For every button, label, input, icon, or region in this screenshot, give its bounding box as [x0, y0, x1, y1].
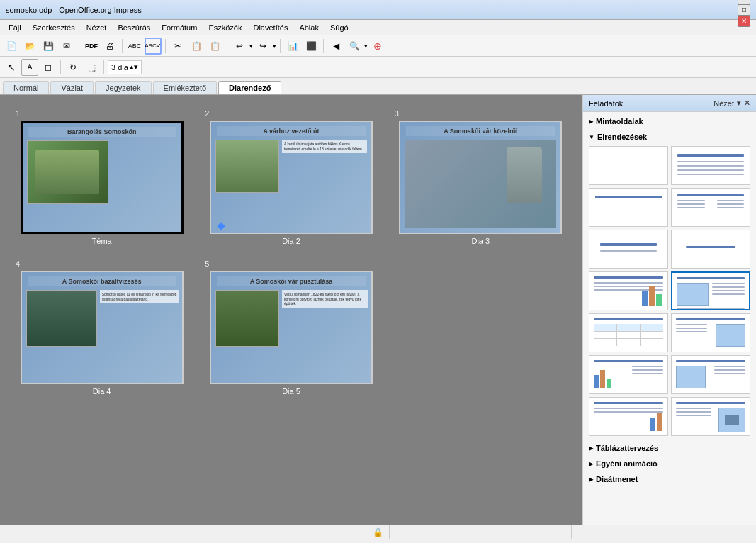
layout-image-text[interactable]	[671, 355, 750, 394]
task-section-animation-header[interactable]: ▶ Egyéni animáció	[586, 457, 753, 470]
slide-number-4: 4	[16, 259, 20, 268]
slide-thumb-4[interactable]: A Somoskői bazaltvízesés Somorkő hátes a…	[21, 271, 184, 384]
close-button[interactable]: ✕	[738, 16, 750, 27]
tb-copy-button[interactable]: 📋	[188, 38, 205, 55]
layout-title-content[interactable]	[671, 146, 750, 185]
tb-help-button[interactable]: ⊕	[369, 38, 386, 55]
menu-format[interactable]: Formátum	[156, 22, 203, 33]
tb-textbox-button[interactable]: A	[21, 59, 38, 76]
tb-save-button[interactable]: 💾	[40, 38, 57, 55]
slide-4-title: A Somoskői bazaltvízesés	[28, 276, 176, 286]
layout-text-lines-image[interactable]	[671, 397, 750, 436]
layout-content-image[interactable]	[671, 272, 750, 310]
tb-chart-button[interactable]: 📊	[284, 38, 301, 55]
menu-help[interactable]: Súgó	[325, 22, 354, 33]
task-close-button[interactable]: ✕	[744, 99, 750, 108]
toolbar-drawing: ↖ A ◻ ↻ ⬚ 3 dia ▴▾	[0, 57, 756, 78]
tb-navback-button[interactable]: ◀	[327, 38, 344, 55]
task-section-masterslides-header[interactable]: ▶ Mintaoldalak	[586, 115, 753, 128]
tb-undo-button[interactable]: ↩	[231, 38, 248, 55]
task-section-tabledesign: ▶ Táblázattervezés	[586, 442, 753, 454]
tab-normal[interactable]: Normál	[3, 81, 49, 94]
slide-count-dropdown[interactable]: 3 dia ▴▾	[108, 60, 142, 74]
slide-thumb-5[interactable]: A Somoskői vár pusztulása Végül románban…	[210, 271, 373, 384]
tab-notes[interactable]: Jegyzetek	[95, 81, 152, 94]
slide-label-3: Dia 3	[471, 237, 490, 245]
tb-zoom-button[interactable]: 🔍	[346, 38, 363, 55]
task-section-layouts-header[interactable]: ▼ Elrendezések	[586, 130, 753, 143]
menu-insert[interactable]: Beszúrás	[112, 22, 156, 33]
tb-select-button[interactable]: ↖	[3, 59, 20, 76]
layout-image-left-2	[676, 366, 706, 388]
tb-cut-button[interactable]: ✂	[169, 38, 186, 55]
tb-spellcheck-button[interactable]: ABC	[126, 38, 143, 55]
tb-open-button[interactable]: 📂	[21, 38, 38, 55]
tb-email-button[interactable]: ✉	[58, 38, 75, 55]
tb-pdf-button[interactable]: PDF	[83, 38, 100, 55]
layout-image-left	[677, 283, 709, 306]
task-view-button[interactable]: Nézet	[713, 99, 734, 108]
minimize-button[interactable]: ─	[738, 0, 750, 4]
layout-table[interactable]	[589, 313, 668, 352]
slide-2-text: A kerül útaimazjáta autófen bikkos Kardo…	[282, 140, 367, 153]
layout-text-image[interactable]	[671, 313, 750, 352]
tb-print-button[interactable]: 🖨	[101, 38, 118, 55]
maximize-button[interactable]: □	[738, 4, 750, 16]
slide-count-value: 3 dia	[111, 63, 128, 72]
menu-file[interactable]: Fájl	[3, 22, 27, 33]
status-segment-5	[577, 525, 753, 539]
slide-5-title: A Somoskői vár pusztulása	[217, 276, 366, 286]
slide-thumb-3[interactable]: A Somoskői vár közelről	[399, 121, 562, 234]
tab-handout[interactable]: Emlékeztető	[153, 81, 218, 94]
status-segment-2	[185, 525, 361, 539]
tab-slidesorter[interactable]: Diarendező	[218, 81, 281, 94]
menu-slideshow[interactable]: Diavetítés	[247, 22, 293, 33]
layout-chart-text[interactable]	[589, 355, 668, 394]
layout-blank[interactable]	[589, 146, 668, 185]
tb-new-button[interactable]: 📄	[3, 38, 20, 55]
menu-tools[interactable]: Eszközök	[203, 22, 247, 33]
layout-centered-title[interactable]	[589, 230, 668, 269]
layout-title-chart[interactable]	[589, 272, 668, 310]
layout-thumbnail-grid	[586, 143, 753, 439]
task-dropdown-arrow[interactable]: ▾	[737, 99, 741, 108]
toolbar-separator-6	[323, 39, 324, 53]
task-section-animation-label: Egyéni animáció	[596, 459, 658, 468]
tb-undo-dropdown[interactable]: ▾	[249, 43, 253, 50]
menu-window[interactable]: Ablak	[293, 22, 325, 33]
slide-sorter-area[interactable]: 1 Barangolás Somoskőn Téma 2	[0, 95, 582, 525]
tab-outline[interactable]: Vázlat	[50, 81, 94, 94]
slide-item-5: 5 A Somoskői vár pusztulása Végül románb…	[203, 259, 378, 396]
menu-edit[interactable]: Szerkesztés	[27, 22, 81, 33]
layout-title-only[interactable]	[589, 188, 668, 227]
tb-spellcheck-auto-button[interactable]: ABC✓	[145, 38, 162, 55]
tb-paste-button[interactable]: 📋	[206, 38, 223, 55]
layout-chart-list[interactable]	[589, 397, 668, 436]
slide-item-2: 2 A várhoz vezető út A kerül útaimazjáta…	[203, 109, 378, 245]
slide-number-2: 2	[205, 109, 209, 118]
toolbar-separator-5	[280, 39, 281, 53]
tb-shapes-button[interactable]: ◻	[40, 59, 57, 76]
tb-zoom-dropdown[interactable]: ▾	[364, 43, 368, 50]
task-section-transition-header[interactable]: ▶ Diaátmenet	[586, 473, 753, 486]
tb-redo-button[interactable]: ↪	[254, 38, 271, 55]
task-section-tabledesign-header[interactable]: ▶ Táblázattervezés	[586, 442, 753, 454]
tb-diagram-button[interactable]: ⬛	[303, 38, 320, 55]
status-segment-4	[395, 525, 572, 539]
task-panel-content[interactable]: ▶ Mintaoldalak ▼ Elrendezések	[583, 112, 756, 525]
menu-view[interactable]: Nézet	[81, 22, 113, 33]
lock-icon: 🔒	[373, 527, 383, 537]
slide-thumb-2[interactable]: A várhoz vezető út A kerül útaimazjáta a…	[210, 121, 373, 234]
tb-redo-dropdown[interactable]: ▾	[273, 43, 276, 50]
task-section-transition-label: Diaátmenet	[596, 475, 638, 483]
slide-thumb-1[interactable]: Barangolás Somoskőn	[21, 121, 184, 234]
layout-two-columns[interactable]	[671, 188, 750, 227]
tb-rotate-button[interactable]: ↻	[64, 59, 81, 76]
tb-flip-button[interactable]: ⬚	[83, 59, 100, 76]
task-section-animation: ▶ Egyéni animáció	[586, 457, 753, 470]
layout-centered[interactable]	[671, 230, 750, 269]
titlebar: somosko.odp - OpenOffice.org Impress ─ □…	[0, 0, 756, 20]
slide-1-image	[27, 140, 108, 204]
status-segment-3: 🔒	[367, 525, 390, 539]
task-section-masterslides-label: Mintaoldalak	[596, 117, 643, 125]
